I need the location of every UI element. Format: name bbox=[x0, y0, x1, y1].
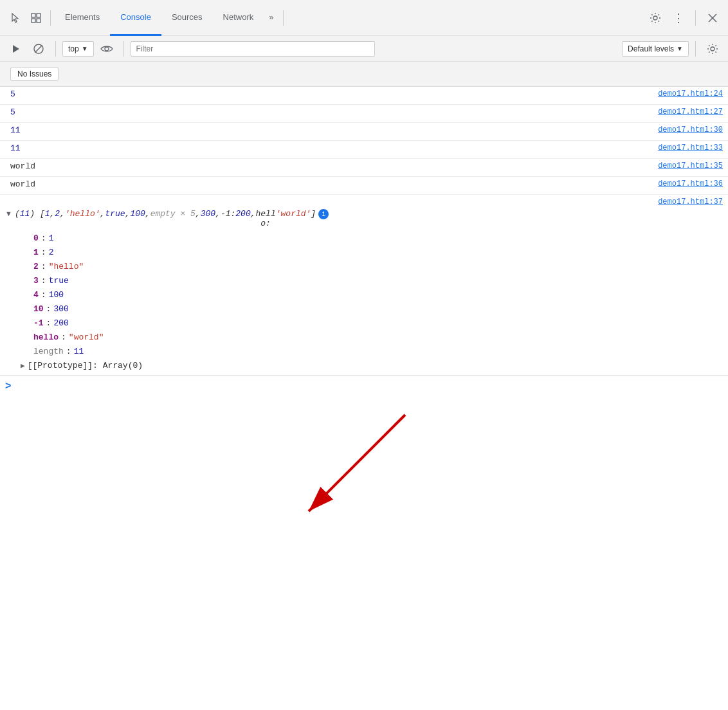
prop-row-4: 4 : 100 bbox=[0, 287, 728, 302]
console-link[interactable]: demo17.html:35 bbox=[658, 161, 723, 170]
eye-btn[interactable] bbox=[96, 39, 117, 59]
info-badge[interactable]: i bbox=[318, 209, 329, 219]
prop-row-length: length : 11 bbox=[0, 344, 728, 358]
console-value: world bbox=[10, 179, 35, 189]
inspect-icon-btn[interactable] bbox=[26, 8, 46, 28]
console-link[interactable]: demo17.html:33 bbox=[658, 143, 723, 152]
console-settings-btn[interactable] bbox=[702, 39, 723, 59]
no-issues-btn[interactable]: No Issues bbox=[10, 67, 59, 81]
console-row: world demo17.html:36 bbox=[0, 177, 728, 195]
issues-bar: No Issues bbox=[0, 62, 728, 87]
svg-point-4 bbox=[653, 16, 657, 20]
play-btn[interactable] bbox=[5, 39, 26, 59]
prototype-text: [[Prototype]]: Array(0) bbox=[28, 361, 143, 370]
svg-rect-3 bbox=[37, 19, 41, 23]
console-link[interactable]: demo17.html:37 bbox=[658, 197, 723, 206]
console-row: world demo17.html:35 bbox=[0, 159, 728, 177]
context-dropdown[interactable]: top ▼ bbox=[62, 41, 94, 57]
log-levels-dropdown[interactable]: Default levels ▼ bbox=[622, 41, 689, 57]
svg-line-13 bbox=[309, 415, 405, 511]
tab-more[interactable]: » bbox=[264, 0, 278, 36]
tab-sources[interactable]: Sources bbox=[161, 0, 213, 36]
proto-toggle-icon[interactable]: ▶ bbox=[21, 361, 25, 370]
sep6 bbox=[695, 41, 696, 57]
console-output: 5 demo17.html:24 5 demo17.html:27 11 dem… bbox=[0, 87, 728, 710]
array-properties: 0 : 1 1 : 2 2 : "hello" 3 : true bbox=[0, 231, 728, 375]
console-row: 5 demo17.html:27 bbox=[0, 105, 728, 123]
console-link[interactable]: demo17.html:24 bbox=[658, 89, 723, 98]
clear-btn[interactable] bbox=[28, 39, 49, 59]
tab-console[interactable]: Console bbox=[110, 0, 161, 36]
svg-line-9 bbox=[35, 45, 42, 52]
console-link[interactable]: demo17.html:30 bbox=[658, 125, 723, 134]
levels-dropdown-arrow-icon: ▼ bbox=[677, 45, 683, 52]
toolbar-right: ⋮ bbox=[645, 8, 723, 28]
sep2 bbox=[283, 10, 284, 26]
array-section: demo17.html:37 ▼ (11) [1, 2, 'hello', tr… bbox=[0, 195, 728, 376]
sep3 bbox=[695, 10, 696, 26]
console-row: 5 demo17.html:24 bbox=[0, 87, 728, 105]
console-row: 11 demo17.html:30 bbox=[0, 123, 728, 141]
prop-row-1: 1 : 2 bbox=[0, 245, 728, 259]
prop-row-hello: hello : "world" bbox=[0, 330, 728, 344]
svg-point-11 bbox=[711, 47, 714, 51]
prompt-arrow-icon: > bbox=[5, 380, 11, 392]
collapse-toggle-icon[interactable]: ▼ bbox=[5, 210, 12, 217]
sep1 bbox=[50, 10, 51, 26]
command-input-row: > bbox=[0, 376, 728, 396]
console-link[interactable]: demo17.html:36 bbox=[658, 179, 723, 188]
prop-row-10: 10 : 300 bbox=[0, 302, 728, 316]
dropdown-arrow-icon: ▼ bbox=[82, 45, 88, 52]
secondary-toolbar: top ▼ Default levels ▼ bbox=[0, 36, 728, 62]
svg-rect-0 bbox=[32, 14, 35, 17]
console-value: 11 bbox=[10, 125, 21, 135]
svg-rect-2 bbox=[32, 19, 35, 23]
tab-elements[interactable]: Elements bbox=[55, 0, 110, 36]
array-header[interactable]: ▼ (11) [1, 2, 'hello', true, 100, empty … bbox=[0, 206, 728, 231]
console-value: 5 bbox=[10, 89, 15, 99]
sep5 bbox=[123, 41, 124, 57]
svg-point-10 bbox=[105, 47, 109, 51]
console-link[interactable]: demo17.html:27 bbox=[658, 107, 723, 116]
array-link-row: demo17.html:37 bbox=[0, 195, 728, 206]
top-toolbar: Elements Console Sources Network » ⋮ bbox=[0, 0, 728, 36]
prop-row-neg1: -1 : 200 bbox=[0, 316, 728, 330]
array-summary: (11) [1, 2, 'hello', true, 100, empty × … bbox=[15, 209, 723, 228]
tab-network[interactable]: Network bbox=[213, 0, 264, 36]
prop-row-2: 2 : "hello" bbox=[0, 259, 728, 273]
console-value: world bbox=[10, 161, 35, 171]
console-value: 5 bbox=[10, 107, 15, 117]
svg-rect-1 bbox=[37, 14, 41, 17]
prop-row-0: 0 : 1 bbox=[0, 231, 728, 245]
menu-btn[interactable]: ⋮ bbox=[668, 8, 689, 28]
svg-marker-7 bbox=[13, 45, 19, 53]
red-arrow-annotation bbox=[257, 408, 514, 537]
console-value: 11 bbox=[10, 143, 21, 153]
proto-row[interactable]: ▶ [[Prototype]]: Array(0) bbox=[0, 358, 728, 372]
filter-input[interactable] bbox=[131, 41, 375, 57]
sep4 bbox=[55, 41, 56, 57]
console-row: 11 demo17.html:33 bbox=[0, 141, 728, 159]
close-btn[interactable] bbox=[702, 8, 723, 28]
prop-row-3: 3 : true bbox=[0, 273, 728, 287]
main-content: 5 demo17.html:24 5 demo17.html:27 11 dem… bbox=[0, 87, 728, 710]
settings-btn[interactable] bbox=[645, 8, 666, 28]
cursor-icon-btn[interactable] bbox=[5, 8, 26, 28]
